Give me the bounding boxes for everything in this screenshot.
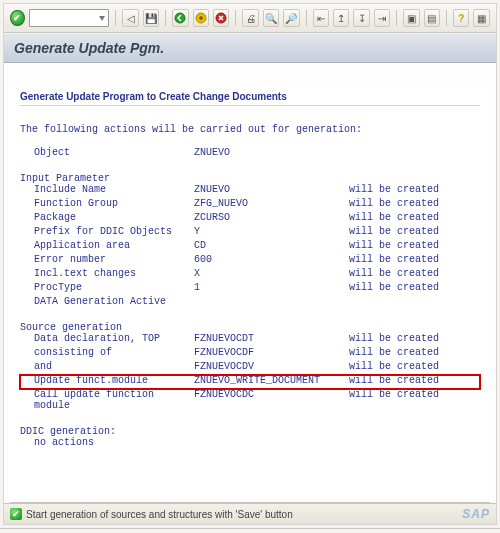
row-value: Y [194,226,349,240]
print-icon[interactable]: 🖨 [242,9,258,27]
section-heading-ddic: DDIC generation: [20,426,480,437]
status-message: Start generation of sources and structur… [26,509,293,520]
row-status: will be created [349,361,480,375]
object-table: Object ZNUEVO [20,147,480,161]
cancel-button[interactable] [213,9,229,27]
row-status: will be created [349,375,480,389]
toolbar-separator [235,10,236,26]
row-status: will be created [349,184,480,198]
title-band: Generate Update Pgm. [4,33,496,63]
toolbar-separator [396,10,397,26]
row-status: will be created [349,347,480,361]
row-label: Update funct.module [20,375,194,389]
row-value: FZNUEVOCDF [194,347,349,361]
next-page-icon[interactable]: ↧ [353,9,369,27]
row-label: and [20,361,194,375]
row-status: will be created [349,226,480,240]
content-card: ✔ ◁ 💾 🖨 🔍 🔎 ⇤ ↥ ↧ ⇥ ▣ ▤ ? ▦ [3,3,497,525]
row-label: Prefix for DDIC Objects [20,226,194,240]
row-label: Application area [20,240,194,254]
row-value: ZFG_NUEVO [194,198,349,212]
svg-point-0 [175,13,185,23]
row-value [194,296,349,310]
row-value: CD [194,240,349,254]
sourcegen-table: Data declaration, TOPFZNUEVOCDTwill be c… [20,333,480,414]
last-page-icon[interactable]: ⇥ [374,9,390,27]
back-button[interactable] [172,9,188,27]
row-value: X [194,268,349,282]
save-icon[interactable]: 💾 [143,9,159,27]
toolbar-separator [165,10,166,26]
first-page-icon[interactable]: ⇤ [313,9,329,27]
report-subtitle: Generate Update Program to Create Change… [20,85,480,105]
brand-logo: SAP [462,507,490,521]
sap-window: ✔ ◁ 💾 🖨 🔍 🔎 ⇤ ↥ ↧ ⇥ ▣ ▤ ? ▦ [0,3,500,529]
toolbar-separator [115,10,116,26]
row-value: ZCURSO [194,212,349,226]
row-label: Error number [20,254,194,268]
prev-page-icon[interactable]: ↥ [333,9,349,27]
new-session-icon[interactable]: ▣ [403,9,419,27]
ddic-table: no actions [20,437,480,451]
section-heading-input: Input Parameter [20,173,480,184]
ddic-line: no actions [20,437,194,451]
row-label: Data declaration, TOP [20,333,194,347]
customize-layout-icon[interactable]: ▦ [473,9,489,27]
row-label: consisting of [20,347,194,361]
generate-shortcut-icon[interactable]: ▤ [424,9,440,27]
row-status: will be created [349,268,480,282]
report-area: Generate Update Program to Create Change… [10,85,490,496]
command-field[interactable] [29,9,110,27]
enter-icon[interactable]: ✔ [10,10,25,26]
app-toolbar: ✔ ◁ 💾 🖨 🔍 🔎 ⇤ ↥ ↧ ⇥ ▣ ▤ ? ▦ [4,4,496,33]
input-param-table: Include NameZNUEVOwill be created Functi… [20,184,480,310]
row-status: will be created [349,198,480,212]
row-label: ProcType [20,282,194,296]
section-heading-sourcegen: Source generation [20,322,480,333]
check-icon: ✔ [10,508,22,520]
object-label: Object [20,147,194,161]
row-value: FZNUEVOCDT [194,333,349,347]
row-status: will be created [349,389,480,414]
highlighted-row: Update funct.moduleZNUEVO_WRITE_DOCUMENT… [20,375,480,389]
toolbar-separator [306,10,307,26]
row-value: ZNUEVO_WRITE_DOCUMENT [194,375,349,389]
row-status: will be created [349,282,480,296]
chevron-down-icon [99,16,105,21]
row-value: ZNUEVO [194,184,349,198]
row-status: will be created [349,333,480,347]
back-icon[interactable]: ◁ [122,9,138,27]
row-status: will be created [349,254,480,268]
row-label: Include Name [20,184,194,198]
row-status: will be created [349,212,480,226]
horizontal-rule [20,105,480,106]
row-label: Function Group [20,198,194,212]
find-next-icon[interactable]: 🔎 [283,9,299,27]
page-title: Generate Update Pgm. [14,40,486,56]
row-value: 1 [194,282,349,296]
help-icon[interactable]: ? [453,9,469,27]
row-status [349,296,480,310]
row-value: 600 [194,254,349,268]
row-label: DATA Generation Active [20,296,194,310]
row-label: Incl.text changes [20,268,194,282]
row-value: FZNUEVOCDC [194,389,349,414]
find-icon[interactable]: 🔍 [263,9,279,27]
object-value: ZNUEVO [194,147,349,161]
exit-button[interactable] [193,9,209,27]
row-label: Package [20,212,194,226]
row-value: FZNUEVOCDV [194,361,349,375]
intro-line: The following actions will be carried ou… [20,124,480,135]
row-label: Call update function module [20,389,194,414]
row-status: will be created [349,240,480,254]
toolbar-separator [446,10,447,26]
status-bar: ✔ Start generation of sources and struct… [4,503,496,524]
